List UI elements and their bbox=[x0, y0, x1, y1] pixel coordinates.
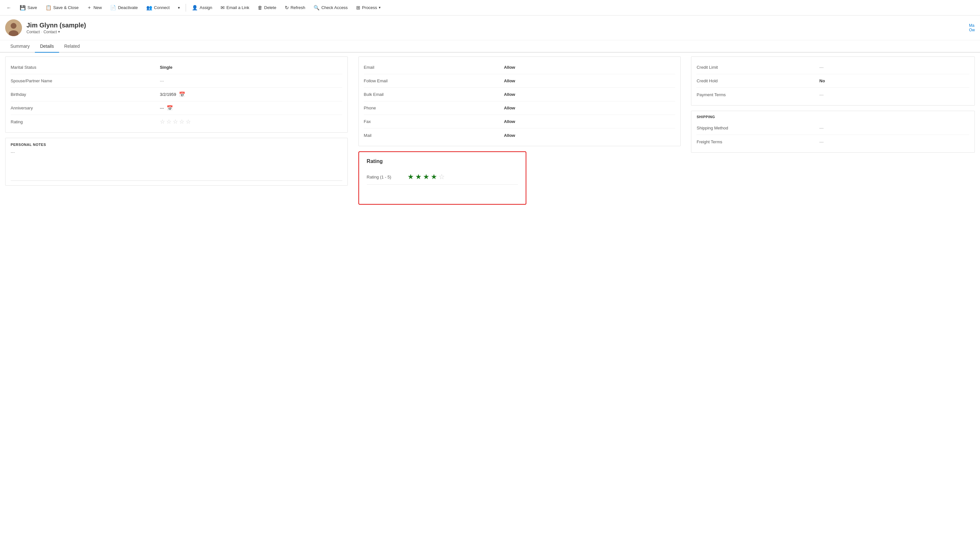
shipping-method-label: Shipping Method bbox=[696, 125, 819, 130]
record-title: Jim Glynn (sample) bbox=[27, 22, 86, 29]
personal-notes-value: --- bbox=[11, 150, 342, 155]
anniversary-label: Anniversary bbox=[11, 105, 160, 110]
back-button[interactable]: ← bbox=[3, 3, 15, 12]
connect-button[interactable]: 👥 Connect bbox=[142, 3, 174, 13]
billing-card: Credit Limit --- Credit Hold No Payment … bbox=[691, 57, 975, 105]
mail-label: Mail bbox=[364, 133, 504, 138]
save-close-button[interactable]: 📋 Save & Close bbox=[42, 3, 83, 13]
shipping-section-title: SHIPPING bbox=[691, 111, 975, 122]
record-subtitle: Contact · Contact ▾ bbox=[27, 30, 86, 34]
payment-terms-value: --- bbox=[820, 92, 969, 97]
col-mid: Email Allow Follow Email Allow Bulk Emai… bbox=[353, 57, 686, 558]
payment-terms-label: Payment Terms bbox=[696, 92, 819, 97]
assign-button[interactable]: 👤 Assign bbox=[188, 3, 216, 13]
anniversary-value: --- 📅 bbox=[160, 105, 342, 111]
credit-limit-value: --- bbox=[820, 65, 969, 70]
rating-popup-row: Rating (1 - 5) ★ ★ ★ ★ ☆ bbox=[367, 170, 518, 185]
process-button[interactable]: ⊞ Process ▾ bbox=[352, 3, 384, 13]
connect-icon: 👥 bbox=[146, 5, 152, 11]
credit-limit-row: Credit Limit --- bbox=[696, 61, 969, 74]
spouse-value: --- bbox=[160, 78, 342, 83]
tab-summary[interactable]: Summary bbox=[5, 40, 35, 53]
bulk-email-value: Allow bbox=[504, 92, 676, 97]
anniversary-row: Anniversary --- 📅 bbox=[11, 102, 342, 115]
phone-pref-value: Allow bbox=[504, 105, 676, 110]
save-icon: 💾 bbox=[20, 5, 26, 11]
phone-pref-label: Phone bbox=[364, 105, 504, 110]
email-link-button[interactable]: ✉ Email a Link bbox=[217, 3, 253, 13]
delete-icon: 🗑 bbox=[258, 5, 262, 10]
connect-dropdown-button[interactable]: ▾ bbox=[174, 3, 184, 12]
check-access-button[interactable]: 🔍 Check Access bbox=[310, 3, 352, 13]
toolbar: ← 💾 Save 📋 Save & Close ＋ New 📄 Deactiva… bbox=[0, 0, 980, 15]
save-button[interactable]: 💾 Save bbox=[16, 3, 41, 13]
freight-terms-row: Freight Terms --- bbox=[696, 135, 969, 148]
contact-preferences-card: Email Allow Follow Email Allow Bulk Emai… bbox=[359, 57, 681, 146]
new-icon: ＋ bbox=[87, 5, 92, 11]
follow-email-label: Follow Email bbox=[364, 78, 504, 83]
rating-row: Rating ☆ ☆ ☆ ☆ ☆ bbox=[11, 115, 342, 128]
subtitle-chevron[interactable]: ▾ bbox=[58, 30, 60, 34]
chevron-down-icon: ▾ bbox=[178, 5, 180, 10]
freight-terms-value: --- bbox=[820, 140, 969, 144]
bulk-email-row: Bulk Email Allow bbox=[364, 88, 676, 102]
payment-terms-row: Payment Terms --- bbox=[696, 88, 969, 102]
follow-email-row: Follow Email Allow bbox=[364, 74, 676, 88]
bulk-email-label: Bulk Email bbox=[364, 92, 504, 97]
follow-email-value: Allow bbox=[504, 78, 676, 83]
new-button[interactable]: ＋ New bbox=[83, 3, 105, 13]
record-type: Contact bbox=[27, 30, 40, 34]
credit-hold-label: Credit Hold bbox=[696, 78, 819, 83]
popup-star-3[interactable]: ★ bbox=[423, 173, 429, 181]
shipping-card: SHIPPING Shipping Method --- Freight Ter… bbox=[691, 111, 975, 153]
personal-notes-card: PERSONAL NOTES --- bbox=[5, 138, 348, 186]
delete-button[interactable]: 🗑 Delete bbox=[254, 3, 280, 12]
credit-hold-value: No bbox=[820, 78, 969, 83]
marital-status-label: Marital Status bbox=[11, 65, 160, 70]
spouse-row: Spouse/Partner Name --- bbox=[11, 74, 342, 88]
rating-popup-stars[interactable]: ★ ★ ★ ★ ☆ bbox=[407, 173, 445, 181]
birthday-row: Birthday 3/2/1959 📅 bbox=[11, 88, 342, 102]
back-icon: ← bbox=[7, 5, 11, 10]
star-2[interactable]: ☆ bbox=[166, 118, 172, 125]
star-1[interactable]: ☆ bbox=[160, 118, 165, 125]
tab-details[interactable]: Details bbox=[35, 40, 59, 53]
shipping-method-value: --- bbox=[820, 125, 969, 130]
marital-status-value: Single bbox=[160, 65, 342, 70]
mail-row: Mail Allow bbox=[364, 128, 676, 142]
fax-row: Fax Allow bbox=[364, 115, 676, 128]
birthday-label: Birthday bbox=[11, 92, 160, 97]
record-entity: Contact bbox=[43, 30, 57, 34]
refresh-button[interactable]: ↻ Refresh bbox=[281, 3, 309, 13]
rating-label: Rating bbox=[11, 120, 160, 124]
record-header: Jim Glynn (sample) Contact · Contact ▾ M… bbox=[0, 15, 980, 40]
save-close-icon: 📋 bbox=[45, 5, 52, 11]
rating-popup-title: Rating bbox=[367, 158, 518, 164]
popup-star-5[interactable]: ☆ bbox=[439, 173, 445, 181]
fax-value: Allow bbox=[504, 119, 676, 124]
deactivate-button[interactable]: 📄 Deactivate bbox=[106, 3, 142, 13]
personal-info-card: Marital Status Single Spouse/Partner Nam… bbox=[5, 57, 348, 133]
deactivate-icon: 📄 bbox=[110, 5, 116, 11]
mail-value: Allow bbox=[504, 133, 676, 138]
anniversary-calendar-icon[interactable]: 📅 bbox=[167, 105, 173, 111]
popup-star-2[interactable]: ★ bbox=[415, 173, 422, 181]
popup-star-1[interactable]: ★ bbox=[407, 173, 414, 181]
header-right: Ma Ow bbox=[969, 23, 975, 32]
fax-label: Fax bbox=[364, 119, 504, 124]
email-pref-value: Allow bbox=[504, 65, 676, 70]
process-dropdown-icon: ▾ bbox=[379, 5, 381, 10]
svg-point-1 bbox=[11, 23, 17, 29]
assign-icon: 👤 bbox=[192, 5, 198, 11]
tab-related[interactable]: Related bbox=[59, 40, 85, 53]
popup-star-4[interactable]: ★ bbox=[431, 173, 437, 181]
star-4[interactable]: ☆ bbox=[179, 118, 184, 125]
freight-terms-label: Freight Terms bbox=[696, 140, 819, 144]
refresh-icon: ↻ bbox=[285, 5, 289, 11]
record-info: Jim Glynn (sample) Contact · Contact ▾ bbox=[27, 22, 86, 34]
star-3[interactable]: ☆ bbox=[173, 118, 178, 125]
birthday-calendar-icon[interactable]: 📅 bbox=[179, 91, 185, 97]
rating-stars[interactable]: ☆ ☆ ☆ ☆ ☆ bbox=[160, 118, 342, 125]
email-icon: ✉ bbox=[220, 5, 225, 11]
star-5[interactable]: ☆ bbox=[186, 118, 191, 125]
